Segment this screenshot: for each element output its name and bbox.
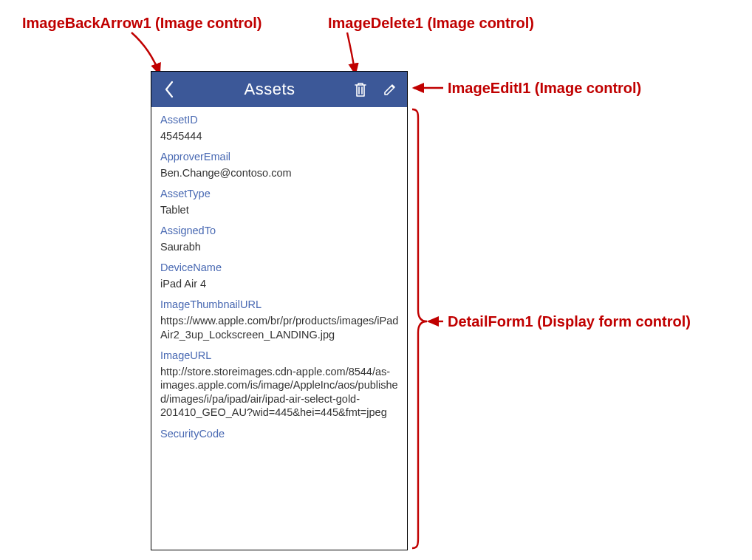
field-assignedto: AssignedTo Saurabh	[160, 224, 400, 253]
trash-icon	[353, 81, 368, 98]
field-value: Tablet	[160, 203, 400, 217]
anno-back-arrow: ImageBackArrow1 (Image control)	[22, 15, 262, 32]
delete-button[interactable]	[352, 81, 369, 98]
field-label: SecurityCode	[160, 427, 400, 441]
header-actions	[352, 81, 400, 98]
edit-button[interactable]	[382, 81, 398, 98]
arrow-delete	[347, 33, 355, 74]
field-label: ImageURL	[160, 349, 400, 363]
field-label: AssetID	[160, 113, 400, 127]
field-value: http://store.storeimages.cdn-apple.com/8…	[160, 365, 400, 420]
anno-edit: ImageEditI1 (Image control)	[448, 80, 641, 97]
field-label: ImageThumbnailURL	[160, 298, 400, 312]
field-imageurl: ImageURL http://store.storeimages.cdn-ap…	[160, 349, 400, 420]
app-header: Assets	[151, 72, 407, 107]
field-value: iPad Air 4	[160, 277, 400, 291]
device-frame: Assets AssetID 4545444 ApproverEmail Ben…	[151, 71, 408, 550]
header-title: Assets	[180, 80, 352, 99]
field-value: Saurabh	[160, 240, 400, 254]
field-assetid: AssetID 4545444	[160, 113, 400, 143]
field-value: https://www.apple.com/br/pr/products/ima…	[160, 314, 400, 341]
field-approveremail: ApproverEmail Ben.Change@contoso.com	[160, 150, 400, 180]
field-value: 4545444	[160, 129, 400, 143]
arrow-back	[131, 33, 160, 74]
field-label: ApproverEmail	[160, 150, 400, 164]
field-assettype: AssetType Tablet	[160, 187, 400, 216]
back-button[interactable]	[159, 72, 180, 107]
pencil-icon	[383, 82, 397, 97]
field-label: AssignedTo	[160, 224, 400, 238]
detail-form: AssetID 4545444 ApproverEmail Ben.Change…	[151, 107, 407, 550]
field-label: DeviceName	[160, 261, 400, 275]
anno-detail-form: DetailForm1 (Display form control)	[448, 313, 691, 330]
anno-delete: ImageDelete1 (Image control)	[328, 15, 534, 32]
field-securitycode: SecurityCode	[160, 427, 400, 441]
field-devicename: DeviceName iPad Air 4	[160, 261, 400, 290]
field-imagethumbnailurl: ImageThumbnailURL https://www.apple.com/…	[160, 298, 400, 341]
brace-detailform	[412, 109, 427, 548]
back-arrow-icon	[164, 81, 174, 98]
field-label: AssetType	[160, 187, 400, 201]
field-value: Ben.Change@contoso.com	[160, 166, 400, 180]
